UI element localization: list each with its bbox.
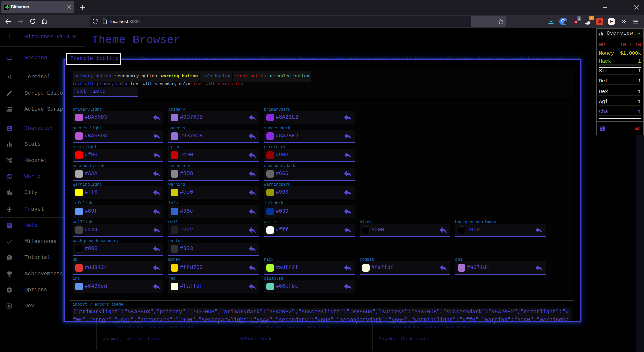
svg-text:w: w xyxy=(574,20,577,23)
